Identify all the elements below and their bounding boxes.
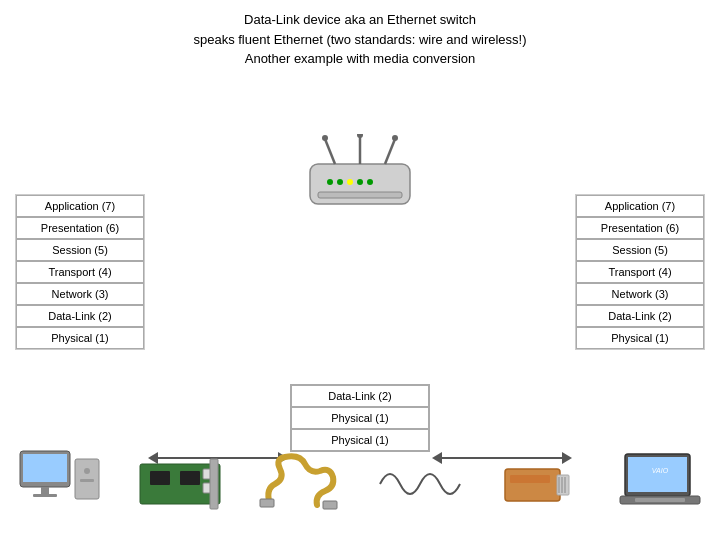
left-layer-physical: Physical (1) <box>16 327 144 349</box>
svg-point-6 <box>392 135 398 141</box>
right-layer-network: Network (3) <box>576 283 704 305</box>
signal-svg <box>375 449 465 519</box>
bottom-devices: VAIO <box>0 434 720 534</box>
svg-rect-12 <box>318 192 402 198</box>
left-layer-application: Application (7) <box>16 195 144 217</box>
title-line3: Another example with media conversion <box>20 49 700 69</box>
svg-rect-35 <box>628 457 687 492</box>
svg-rect-22 <box>180 471 200 485</box>
pcmcia-svg <box>495 449 585 519</box>
svg-point-7 <box>327 179 333 185</box>
cable-svg <box>255 449 345 519</box>
svg-rect-15 <box>41 487 49 495</box>
right-osi-stack: Application (7) Presentation (6) Session… <box>575 194 705 350</box>
left-layer-datalink: Data-Link (2) <box>16 305 144 327</box>
main-diagram: Application (7) Presentation (6) Session… <box>0 74 720 534</box>
svg-point-11 <box>367 179 373 185</box>
desktop-pc-device <box>5 444 115 524</box>
svg-rect-21 <box>150 471 170 485</box>
svg-point-2 <box>322 135 328 141</box>
svg-text:VAIO: VAIO <box>652 467 669 474</box>
laptop-device: VAIO <box>605 444 715 524</box>
left-layer-session: Session (5) <box>16 239 144 261</box>
router-image <box>270 129 450 219</box>
middle-layer-physical1: Physical (1) <box>291 407 429 429</box>
svg-rect-26 <box>260 499 274 507</box>
slide-title: Data-Link device aka an Ethernet switch … <box>0 0 720 69</box>
svg-point-8 <box>337 179 343 185</box>
svg-point-9 <box>347 179 353 185</box>
title-line2: speaks fluent Ethernet (two standards: w… <box>20 30 700 50</box>
right-layer-transport: Transport (4) <box>576 261 704 283</box>
left-layer-network: Network (3) <box>16 283 144 305</box>
nic-svg <box>135 449 225 519</box>
svg-point-10 <box>357 179 363 185</box>
ethernet-cable-device <box>245 444 355 524</box>
svg-rect-16 <box>33 494 57 497</box>
svg-rect-37 <box>635 498 685 502</box>
svg-rect-14 <box>23 454 67 482</box>
svg-rect-28 <box>505 469 560 501</box>
title-line1: Data-Link device aka an Ethernet switch <box>20 10 700 30</box>
desktop-pc-svg <box>15 449 105 519</box>
laptop-svg: VAIO <box>615 449 705 519</box>
svg-line-1 <box>325 139 335 164</box>
wireless-signal-device <box>365 444 475 524</box>
svg-rect-25 <box>210 459 218 509</box>
svg-point-18 <box>84 468 90 474</box>
left-layer-transport: Transport (4) <box>16 261 144 283</box>
svg-rect-19 <box>80 479 94 482</box>
svg-line-5 <box>385 139 395 164</box>
left-osi-stack: Application (7) Presentation (6) Session… <box>15 194 145 350</box>
pcmcia-card-device <box>485 444 595 524</box>
svg-rect-27 <box>323 501 337 509</box>
middle-layer-datalink: Data-Link (2) <box>291 385 429 407</box>
right-layer-physical: Physical (1) <box>576 327 704 349</box>
svg-point-4 <box>357 134 363 138</box>
right-layer-presentation: Presentation (6) <box>576 217 704 239</box>
nic-card-device <box>125 444 235 524</box>
svg-rect-33 <box>510 475 550 483</box>
right-layer-session: Session (5) <box>576 239 704 261</box>
router-svg <box>280 134 440 214</box>
left-layer-presentation: Presentation (6) <box>16 217 144 239</box>
right-layer-datalink: Data-Link (2) <box>576 305 704 327</box>
right-layer-application: Application (7) <box>576 195 704 217</box>
